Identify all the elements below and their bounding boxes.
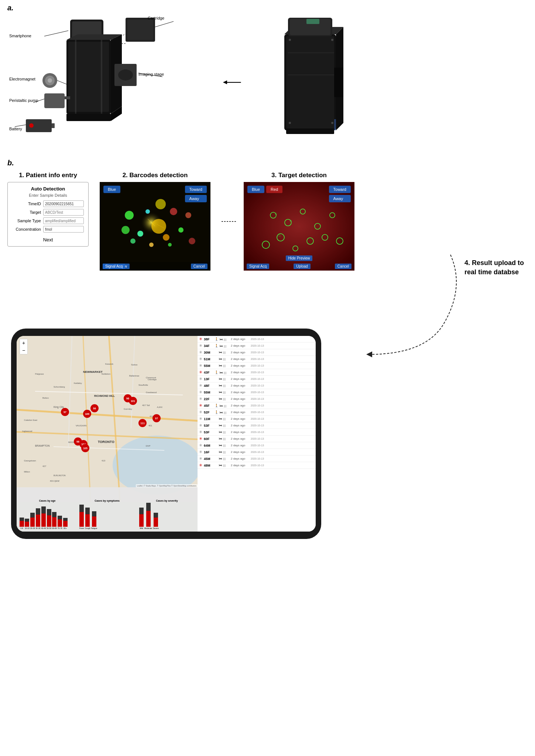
- section-b: b. 1. Patient info entry Auto Detection …: [7, 159, 524, 271]
- target-panel: □ □ □ Blue Red Toward Away Hide Preview: [244, 182, 354, 271]
- cancel-btn-step2[interactable]: Cancel: [191, 264, 208, 269]
- patient-date: 2020-10-13: [251, 364, 264, 367]
- patient-age: 55M: [204, 391, 213, 394]
- patient-row[interactable]: ✳ 16F 🛏 |||| 2 days ago 2020-10-13: [198, 449, 316, 456]
- patient-row[interactable]: ✳ 22F 🛏 |||| 2 days ago 2020-10-13: [198, 396, 316, 402]
- bar-item: Cough: [85, 508, 90, 529]
- patient-time: 2 days ago: [231, 444, 249, 447]
- svg-rect-28: [52, 123, 55, 128]
- patient-icons: 🛏 ||||: [215, 430, 229, 434]
- cough-bar-label: Cough: [85, 527, 90, 529]
- svg-text:Georgetown: Georgetown: [24, 460, 36, 462]
- tablet-container: NEWMARKET RICHMOND HILL TORONTO King Cit…: [11, 329, 321, 539]
- next-button[interactable]: Next: [13, 237, 83, 243]
- patient-date: 2020-10-13: [251, 351, 264, 354]
- svg-text:DVP: DVP: [146, 445, 150, 447]
- svg-text:427: 427: [42, 465, 47, 467]
- step4-title: 4. Result upload toreal time databse: [464, 259, 524, 276]
- patient-star-icon: ✳: [199, 416, 202, 421]
- patient-icons: 🛏 ||||: [215, 416, 229, 421]
- patient-row[interactable]: ✳ 38F 🚶 🛏 |||| 2 days ago 2020-10-13: [198, 336, 316, 343]
- patient-row[interactable]: ✳ 11M 🛏 |||| 2 days ago 2020-10-13: [198, 416, 316, 422]
- patient-row[interactable]: ✳ 34F 🚶 🛏 |||| 2 days ago 2020-10-13: [198, 343, 316, 349]
- patient-age: 64M: [204, 444, 213, 447]
- svg-point-29: [29, 123, 34, 128]
- svg-point-15: [118, 69, 133, 80]
- target-input[interactable]: [43, 209, 84, 216]
- patient-star-icon: ✳: [199, 363, 202, 368]
- patient-row[interactable]: ✳ 55M 🛏 |||| 2 days ago 2020-10-13: [198, 389, 316, 396]
- patient-date: 2020-10-13: [251, 371, 264, 374]
- charts-area: Cases by age 0-9 10-19: [17, 487, 198, 532]
- svg-point-65: [155, 199, 166, 209]
- patient-star-icon: ✳: [199, 456, 202, 461]
- svg-point-66: [130, 238, 136, 244]
- patient-row[interactable]: ✳ 48M 🛏 |||| 2 days ago 2020-10-13: [198, 462, 316, 469]
- away-btn-step2[interactable]: Away: [185, 195, 207, 202]
- blue-btn-step2[interactable]: Blue: [103, 186, 120, 193]
- patient-star-icon: ✳: [199, 410, 202, 415]
- patient-row[interactable]: ✳ 52F 🚶 🛏 |||| 2 days ago 2020-10-13: [198, 409, 316, 416]
- patient-time: 2 days ago: [231, 384, 249, 387]
- map-marker: 97: [61, 408, 69, 416]
- sample-type-input[interactable]: [43, 217, 84, 224]
- patient-row[interactable]: ✳ 30M 🛏 |||| 2 days ago 2020-10-13: [198, 349, 316, 356]
- time-id-input[interactable]: [43, 200, 84, 207]
- svg-point-57: [125, 211, 134, 220]
- patient-row[interactable]: ✳ 48F 🛏 |||| 2 days ago 2020-10-13: [198, 382, 316, 389]
- assembly-arrow: [222, 73, 244, 92]
- patient-age: 45M: [204, 457, 213, 461]
- step4-text: 4. Result upload toreal time databse: [464, 258, 524, 277]
- target-label: Target: [13, 210, 41, 214]
- away-btn-step3[interactable]: Away: [329, 195, 351, 202]
- patient-time: 2 days ago: [231, 417, 249, 420]
- svg-text:Bolton: Bolton: [42, 397, 49, 399]
- patient-icons: 🛏 ||||: [215, 390, 229, 395]
- target-row: Target: [13, 209, 83, 216]
- patient-star-icon: ✳: [199, 396, 202, 401]
- svg-text:Schomberg: Schomberg: [54, 386, 65, 388]
- svg-text:407 Toll: 407 Toll: [142, 404, 150, 406]
- patient-age: 11M: [204, 417, 213, 421]
- toward-btn-step3[interactable]: Toward: [329, 186, 351, 193]
- svg-text:Nobleton: Nobleton: [102, 373, 110, 375]
- patient-row[interactable]: ✳ 45F 🚶 🛏 |||| 2 days ago 2020-10-13: [198, 402, 316, 409]
- patient-row[interactable]: ✳ 53F 🛏 |||| 2 days ago 2020-10-13: [198, 429, 316, 436]
- toward-btn-step2[interactable]: Toward: [185, 186, 207, 193]
- cancel-btn-step3[interactable]: Cancel: [335, 264, 351, 269]
- patient-date: 2020-10-13: [251, 391, 264, 394]
- svg-point-69: [168, 243, 172, 247]
- upload-btn-step3[interactable]: Upload: [294, 264, 311, 269]
- patient-row[interactable]: ✳ 13F 🛏 |||| 2 days ago 2020-10-13: [198, 376, 316, 382]
- svg-line-2: [44, 31, 68, 36]
- patient-row[interactable]: ✳ 60F 🛏 |||| 2 days ago 2020-10-13: [198, 436, 316, 442]
- map-marker: 101: [129, 397, 137, 405]
- svg-point-68: [149, 243, 154, 247]
- patient-icons: 🛏 ||||: [215, 463, 229, 468]
- svg-point-60: [163, 234, 169, 241]
- patient-row[interactable]: ✳ 43F 🚶 🛏 |||| 2 days ago 2020-10-13: [198, 369, 316, 376]
- patient-star-icon: ✳: [199, 383, 202, 388]
- blue-btn-step3[interactable]: Blue: [247, 186, 264, 193]
- svg-text:BRAMPTON: BRAMPTON: [35, 444, 50, 447]
- patient-row[interactable]: ✳ 55M 🛏 |||| 2 days ago 2020-10-13: [198, 362, 316, 369]
- patient-row[interactable]: ✳ 53F 🛏 |||| 2 days ago 2020-10-13: [198, 422, 316, 429]
- red-btn-step3[interactable]: Red: [266, 186, 282, 193]
- patient-row[interactable]: ✳ 45M 🛏 |||| 2 days ago 2020-10-13: [198, 456, 316, 462]
- assembled-device: [266, 16, 362, 149]
- signal-acq-btn-step2[interactable]: Signal Acq: [103, 264, 125, 269]
- map-zoom-controls[interactable]: + −: [20, 339, 28, 354]
- patient-star-icon: ✳: [199, 403, 202, 408]
- concentration-input[interactable]: [43, 226, 84, 233]
- svg-rect-11: [68, 42, 109, 112]
- signal-acq-btn-step3[interactable]: Signal Acq: [247, 264, 269, 269]
- zoom-out-button[interactable]: −: [20, 347, 27, 354]
- step1-title: 1. Patient info entry: [7, 172, 89, 179]
- patient-row[interactable]: ✳ 51M 🛏 |||| 2 days ago 2020-10-13: [198, 356, 316, 362]
- zoom-in-button[interactable]: +: [20, 339, 27, 347]
- patient-star-icon: ✳: [199, 423, 202, 428]
- patient-icons: 🚶 🛏 ||||: [215, 404, 229, 408]
- hide-preview-btn-step3[interactable]: Hide Preview: [286, 255, 313, 261]
- cases-by-age-chart: Cases by age 0-9 10-19: [20, 499, 75, 529]
- patient-row[interactable]: ✳ 64M 🛏 |||| 2 days ago 2020-10-13: [198, 442, 316, 449]
